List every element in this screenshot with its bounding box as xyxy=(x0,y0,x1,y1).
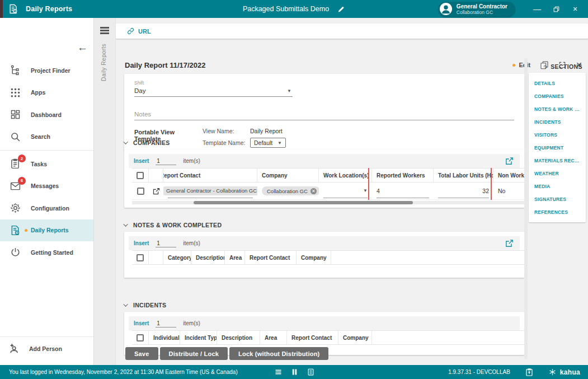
insert-count-input[interactable] xyxy=(156,240,176,247)
incidents-section-title: INCIDENTS xyxy=(133,302,166,308)
notes-input[interactable]: Notes xyxy=(134,111,514,120)
insert-link[interactable]: Insert xyxy=(134,320,149,326)
work-location-field[interactable]: ▼ xyxy=(323,184,368,198)
remove-chip-icon[interactable]: ✕ xyxy=(311,188,317,194)
section-link-signatures[interactable]: SIGNATURES xyxy=(529,193,586,205)
sidebar-item-project-finder[interactable]: Project Finder xyxy=(0,59,93,82)
edit-project-icon[interactable] xyxy=(337,5,345,13)
sidebar-item-label: Tasks xyxy=(31,161,47,167)
section-link-visitors[interactable]: VISITORS xyxy=(529,128,586,141)
column-company: Company xyxy=(338,331,372,344)
document-log-icon[interactable] xyxy=(307,368,315,376)
edit-status-dot xyxy=(512,64,515,67)
open-record-icon[interactable] xyxy=(152,187,161,195)
column-company: Company xyxy=(297,251,331,264)
dashboard-icon xyxy=(10,109,21,120)
shift-select[interactable]: Day ▼ xyxy=(134,86,293,97)
link-icon xyxy=(126,27,135,35)
url-label: URL xyxy=(138,28,151,35)
pause-icon[interactable] xyxy=(290,368,299,376)
open-grid-external-icon[interactable] xyxy=(505,156,514,166)
section-link-details[interactable]: DETAILS xyxy=(529,77,586,90)
edit-button[interactable]: Edit xyxy=(512,62,530,68)
collapse-chevron-icon xyxy=(123,302,128,306)
minimize-button[interactable]: — xyxy=(528,4,547,13)
close-button[interactable]: × xyxy=(566,4,585,13)
incidents-table-header: Individual Incident Type Description Are… xyxy=(132,330,524,345)
tab-menu-icon[interactable] xyxy=(100,27,109,34)
insert-count-input[interactable] xyxy=(156,320,176,327)
log-menu-icon[interactable] xyxy=(274,368,283,376)
template-name-select[interactable]: Default ▼ xyxy=(250,138,286,148)
power-icon xyxy=(10,246,21,258)
notes-table-header: Category Description Area Report Contact… xyxy=(132,250,524,265)
clipboard-sync-icon[interactable] xyxy=(525,368,534,377)
add-person-button[interactable]: Add Person xyxy=(0,336,93,361)
sidebar-item-dashboard[interactable]: Dashboard xyxy=(0,104,93,126)
daily-reports-icon xyxy=(10,224,21,236)
reported-workers-field[interactable]: 4 xyxy=(377,184,429,198)
app-title: Daily Reports xyxy=(26,5,72,13)
row-checkbox[interactable] xyxy=(137,188,144,195)
vertical-scrollbar[interactable] xyxy=(524,58,528,359)
sections-header-label: SECTIONS xyxy=(551,63,582,70)
sections-panel-header[interactable]: › SECTIONS xyxy=(545,63,582,71)
sidebar-item-apps[interactable]: Apps xyxy=(0,82,93,104)
notes-work-section-header[interactable]: NOTES & WORK COMPLETED xyxy=(125,222,222,228)
section-link-companies[interactable]: COMPANIES xyxy=(529,90,586,102)
sidebar-item-tasks[interactable]: 2 Tasks xyxy=(0,153,93,175)
shift-value: Day xyxy=(134,87,145,94)
window-edge-strip xyxy=(0,0,3,18)
section-link-equipment[interactable]: EQUIPMENT xyxy=(529,141,586,154)
vertical-tab-daily-reports[interactable]: Daily Reports xyxy=(100,44,107,81)
sidebar-item-configuration[interactable]: Configuration xyxy=(0,197,93,219)
sidebar-item-search[interactable]: Search xyxy=(0,126,93,148)
sidebar-item-daily-reports[interactable]: Daily Reports xyxy=(0,219,93,242)
total-labor-units-field[interactable]: 32 xyxy=(438,184,489,198)
select-all-checkbox[interactable] xyxy=(137,334,144,341)
distribute-lock-button[interactable]: Distribute / Lock xyxy=(160,347,228,360)
section-link-incidents[interactable]: INCIDENTS xyxy=(529,115,586,128)
select-all-checkbox[interactable] xyxy=(137,172,144,179)
companies-grid-card: Insert item(s) Report Contact Company Wo… xyxy=(124,149,524,208)
details-section-card: Shift Day ▼ Notes Portable View Template… xyxy=(124,74,524,151)
section-link-materials[interactable]: MATERIALS RECEIVED xyxy=(529,154,586,167)
lock-without-distribution-button[interactable]: Lock (without Distribution) xyxy=(229,347,328,360)
notes-work-grid-card: Insert item(s) Category Description Area… xyxy=(124,232,524,278)
incidents-section-header[interactable]: INCIDENTS xyxy=(125,302,166,308)
column-category: Category xyxy=(163,251,191,264)
items-label: item(s) xyxy=(183,320,200,326)
kahua-brand: kahua xyxy=(548,368,580,376)
select-all-checkbox[interactable] xyxy=(137,254,144,261)
horizontal-scrollbar[interactable] xyxy=(132,201,524,204)
companies-section-header[interactable]: COMPANIES xyxy=(125,139,170,146)
insert-link[interactable]: Insert xyxy=(134,240,149,246)
url-bar: URL xyxy=(116,24,588,39)
sidebar-item-label: Messages xyxy=(31,183,59,189)
report-contact-field[interactable]: General Contractor - Collaboration GC ✕ … xyxy=(168,184,253,198)
project-switcher[interactable]: Packaged Submittals Demo xyxy=(243,5,345,13)
insert-count-input[interactable] xyxy=(156,157,176,165)
save-button[interactable]: Save xyxy=(125,347,158,360)
last-login-message: You last logged in Wednesday, November 2… xyxy=(9,369,238,375)
sidebar-item-getting-started[interactable]: Getting Started xyxy=(0,241,93,264)
open-grid-external-icon[interactable] xyxy=(505,238,514,248)
left-navigation-sidebar: ← Project Finder Apps Dashboard Search xyxy=(0,18,94,365)
restore-button[interactable] xyxy=(547,6,566,13)
section-link-weather[interactable]: WEATHER xyxy=(529,167,586,180)
column-total-labor-units: Total Labor Units (Hours) xyxy=(434,169,493,182)
collapse-sidebar-arrow-icon[interactable]: ← xyxy=(77,43,88,53)
user-menu[interactable]: General Contractor Collaboration GC xyxy=(438,2,515,17)
scrollbar-thumb[interactable] xyxy=(194,201,413,204)
url-link[interactable]: URL xyxy=(126,27,151,35)
insert-link[interactable]: Insert xyxy=(134,158,149,164)
company-chip[interactable]: Collaboration GC ✕ xyxy=(262,186,319,195)
kahua-logo-icon xyxy=(548,368,557,376)
section-link-notes-work[interactable]: NOTES & WORK COMPLETED xyxy=(529,102,586,115)
section-link-media[interactable]: MEDIA xyxy=(529,180,586,193)
sidebar-item-messages[interactable]: 6 Messages xyxy=(0,175,93,198)
view-name-value: Daily Report xyxy=(250,128,286,134)
notes-insert-row: Insert item(s) xyxy=(129,236,520,250)
section-link-references[interactable]: REFERENCES xyxy=(529,205,586,218)
column-company: Company xyxy=(257,169,319,182)
